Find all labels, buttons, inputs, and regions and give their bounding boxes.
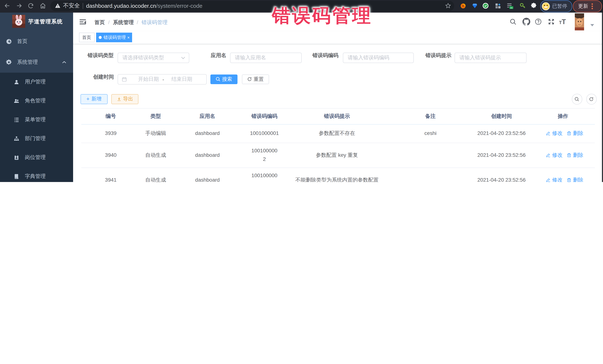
svg-text:on: on	[510, 7, 513, 9]
